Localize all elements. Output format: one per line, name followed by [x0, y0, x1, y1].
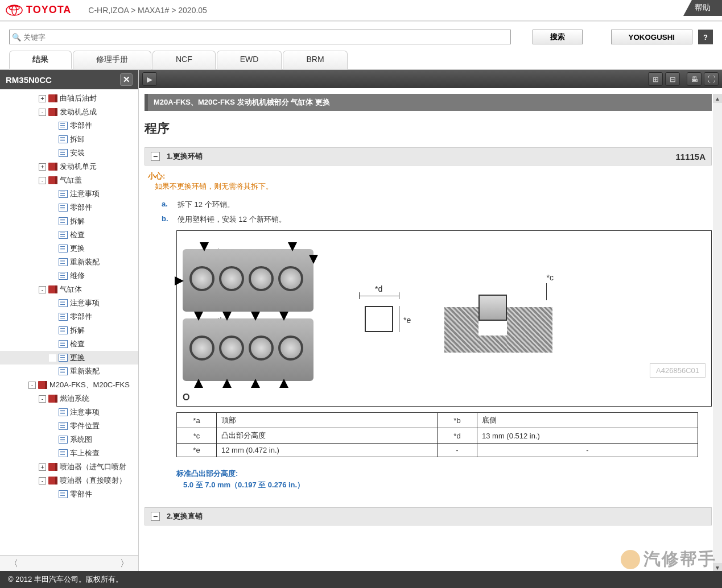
tree-item[interactable]: -燃油系统	[0, 392, 138, 405]
tree-item[interactable]: -喷油器（直接喷射）	[0, 474, 138, 487]
tree-item[interactable]: +曲轴后油封	[0, 92, 138, 105]
tree-item[interactable]: 拆解	[0, 324, 138, 337]
expand-icon[interactable]: -	[39, 286, 46, 293]
forward-button[interactable]: ▶	[142, 72, 157, 86]
expand-icon	[49, 354, 56, 362]
tree-item[interactable]: 安装	[0, 146, 138, 160]
document-body[interactable]: M20A-FKS、M20C-FKS 发动机机械部分 气缸体 更换 程序 − 1.…	[139, 88, 722, 572]
tree-label: 拆解	[70, 325, 85, 336]
main-tabs: 结果 修理手册 NCF EWD BRM	[0, 50, 722, 70]
collapse-button[interactable]: ⊟	[665, 72, 680, 86]
tree-item[interactable]: 检查	[0, 228, 138, 242]
tree-label: 车上检查	[70, 448, 100, 458]
expand-icon[interactable]: -	[28, 382, 36, 389]
expand-icon[interactable]: +	[39, 163, 46, 171]
expand-icon[interactable]: +	[39, 95, 46, 102]
expand-button[interactable]: ⊞	[648, 72, 663, 86]
tab-ewd[interactable]: EWD	[217, 51, 282, 69]
expand-icon	[49, 218, 56, 225]
tree-label: 拆解	[70, 216, 85, 226]
standard-value: 5.0 至 7.0 mm（0.197 至 0.276 in.）	[183, 480, 712, 490]
tree-label: 发动机单元	[60, 162, 97, 172]
tree-item[interactable]: 零部件	[0, 201, 138, 214]
nav-tree[interactable]: +曲轴后油封-发动机总成零部件拆卸安装+发动机单元-气缸盖注意事项零部件拆解检查…	[0, 89, 138, 555]
tree-item[interactable]: 重新装配	[0, 255, 138, 269]
book-icon	[48, 163, 57, 171]
print-button[interactable]: 🖶	[687, 72, 702, 86]
step-1-code: 11115A	[675, 152, 706, 162]
book-icon	[48, 477, 57, 485]
tree-item[interactable]: 零件位置	[0, 419, 138, 433]
close-icon[interactable]: ✕	[120, 73, 133, 86]
yokogushi-button[interactable]: YOKOGUSHI	[611, 30, 692, 44]
tree-item[interactable]: 系统图	[0, 433, 138, 446]
breadcrumb[interactable]: C-HR,IZOA > MAXA1# > 2020.05	[88, 6, 207, 15]
tree-item[interactable]: 拆解	[0, 214, 138, 228]
tree-item[interactable]: 注意事项	[0, 187, 138, 201]
help-button[interactable]: 帮助	[683, 0, 722, 16]
doc-icon	[59, 245, 68, 252]
scroll-up-icon[interactable]: ▲	[713, 94, 722, 103]
help-icon[interactable]: ?	[698, 30, 713, 44]
fullscreen-button[interactable]: ⛶	[704, 72, 719, 86]
collapse-icon[interactable]: −	[151, 512, 160, 521]
tree-item[interactable]: 拆卸	[0, 132, 138, 146]
tab-results[interactable]: 结果	[9, 51, 72, 69]
doc-icon	[59, 122, 68, 130]
tree-item[interactable]: 零部件	[0, 119, 138, 132]
search-bar: 🔍 搜索 YOKOGUSHI ?	[0, 22, 722, 50]
expand-icon[interactable]: -	[39, 395, 46, 403]
expand-icon	[49, 245, 56, 252]
tree-label: 安装	[70, 148, 85, 158]
expand-icon	[49, 136, 56, 143]
tab-brm[interactable]: BRM	[283, 51, 347, 69]
search-button[interactable]: 搜索	[533, 30, 583, 44]
tree-item[interactable]: -气缸盖	[0, 173, 138, 187]
tree-item[interactable]: -M20A-FKS、M20C-FKS	[0, 378, 138, 392]
tree-item[interactable]: 维修	[0, 269, 138, 283]
tree-item[interactable]: 零部件	[0, 310, 138, 324]
doc-id-bar: RM35N0CC ✕	[0, 70, 138, 89]
tree-item[interactable]: +喷油器（进气口喷射	[0, 460, 138, 474]
tree-item[interactable]: 车上检查	[0, 446, 138, 460]
tree-item[interactable]: +发动机单元	[0, 160, 138, 173]
svg-point-2	[9, 6, 19, 10]
prev-arrow-icon[interactable]: 〈	[5, 558, 23, 570]
step-1-header[interactable]: − 1.更换环销 11115A	[145, 147, 712, 165]
tree-label: 更换	[70, 353, 85, 363]
tree-item[interactable]: 重新装配	[0, 365, 138, 378]
expand-icon	[49, 491, 56, 498]
tree-item[interactable]: 注意事项	[0, 405, 138, 419]
tree-item[interactable]: 更换	[0, 242, 138, 255]
tree-item[interactable]: -气缸体	[0, 283, 138, 296]
tree-label: 零部件	[70, 202, 92, 213]
step-2-header[interactable]: − 2.更换直销	[145, 507, 712, 525]
book-icon	[48, 463, 57, 471]
content-toolbar: ▶ ⊞ ⊟ 🖶 ⛶	[139, 70, 722, 88]
tree-item[interactable]: -发动机总成	[0, 105, 138, 119]
tree-item[interactable]: 零部件	[0, 487, 138, 501]
expand-icon[interactable]: -	[39, 177, 46, 184]
substep-b: b. 使用塑料锤，安装 12 个新环销。	[162, 214, 712, 225]
tree-item[interactable]: 更换	[0, 351, 138, 365]
doc-icon	[59, 354, 68, 362]
expand-icon	[49, 191, 56, 198]
search-input[interactable]	[23, 33, 510, 42]
expand-icon[interactable]: +	[39, 463, 46, 471]
expand-icon[interactable]: -	[39, 477, 46, 485]
doc-icon	[59, 449, 68, 457]
expand-icon[interactable]: -	[39, 109, 46, 116]
scrollbar[interactable]: ▲ ▼	[713, 94, 722, 572]
tree-item[interactable]: 检查	[0, 337, 138, 351]
expand-icon	[49, 436, 56, 444]
tree-label: 系统图	[70, 434, 92, 445]
tree-item[interactable]: 注意事项	[0, 296, 138, 310]
tab-repair-manual[interactable]: 修理手册	[73, 51, 151, 69]
table-row: *a顶部*b底侧	[177, 413, 698, 428]
collapse-icon[interactable]: −	[151, 152, 160, 161]
tree-label: 气缸盖	[60, 175, 82, 185]
tab-ncf[interactable]: NCF	[152, 51, 216, 69]
spec-table: *a顶部*b底侧 *c凸出部分高度*d13 mm (0.512 in.) *e1…	[176, 412, 698, 457]
tree-label: 拆卸	[70, 134, 85, 144]
next-arrow-icon[interactable]: 〉	[115, 558, 134, 570]
